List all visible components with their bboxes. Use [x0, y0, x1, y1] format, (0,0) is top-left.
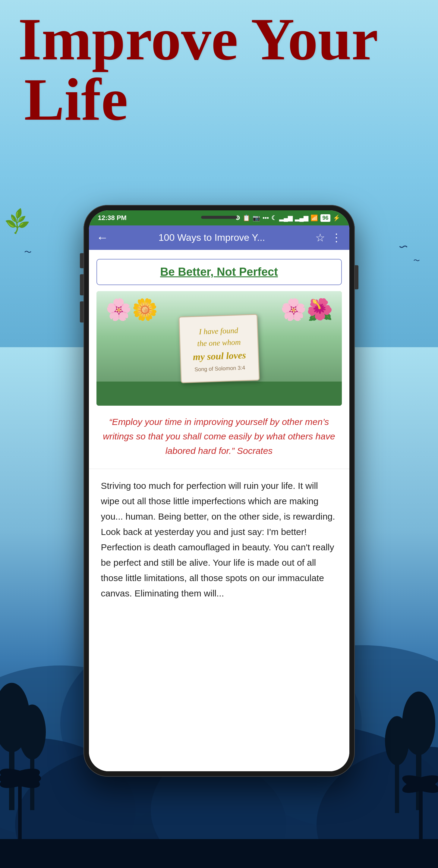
headline-line1: Improve Your	[18, 9, 438, 69]
phone-outer-shell: 12:38 PM ⚙ 📋 📷 ••• ☾ ▂▄▆ ▂▄▆ 📶 96 ⚡ ← 10…	[84, 205, 355, 777]
sign-attribution: Song of Solomon 3:4	[193, 364, 247, 373]
wooden-sign: I have found the one whom my soul loves …	[179, 314, 260, 383]
more-options-icon[interactable]: ⋮	[331, 231, 342, 244]
wifi-icon: 📶	[311, 214, 318, 221]
article-image: 🌸🌼 I have found the one whom my soul lov…	[96, 291, 342, 406]
phone-volume-up	[80, 274, 84, 296]
decorative-plant-left: 🌿	[2, 207, 32, 237]
phone-screen: 12:38 PM ⚙ 📋 📷 ••• ☾ ▂▄▆ ▂▄▆ 📶 96 ⚡ ← 10…	[89, 210, 349, 771]
chapter-title: Be Better, Not Perfect	[160, 266, 278, 278]
headline-line2: Life	[24, 69, 438, 130]
svg-rect-16	[18, 781, 22, 839]
bird-decoration-2: 〜	[413, 256, 420, 265]
wedding-scene: 🌸🌼 I have found the one whom my soul lov…	[96, 291, 342, 406]
svg-rect-23	[0, 839, 438, 868]
article-body: Striving too much for perfection will ru…	[89, 469, 349, 613]
svg-point-19	[0, 771, 41, 785]
chapter-title-box: Be Better, Not Perfect	[96, 259, 342, 285]
phone-volume-down	[80, 301, 84, 322]
signal-icon2: ▂▄▆	[295, 214, 308, 221]
app-toolbar[interactable]: ← 100 Ways to Improve Y... ☆ ⋮	[89, 225, 349, 250]
app-content: Be Better, Not Perfect 🌸🌼 I have found t…	[89, 259, 349, 771]
quote-section: “Employ your time in improving yourself …	[89, 406, 349, 469]
sign-text-line2: the one whom	[192, 336, 245, 349]
toolbar-action-icons: ☆ ⋮	[315, 231, 342, 244]
svg-point-15	[385, 716, 409, 765]
battery-icon: ⚡	[333, 214, 340, 221]
flowers-right: 🌸🌺	[280, 297, 333, 322]
grass-bottom	[96, 381, 342, 406]
svg-point-11	[19, 705, 46, 760]
back-button[interactable]: ←	[96, 231, 108, 244]
more-icon: •••	[262, 215, 269, 221]
screenshot-icon: 📋	[243, 214, 250, 221]
moon-icon: ☾	[271, 214, 277, 221]
bird-decoration-3: 〜	[24, 247, 32, 257]
signal-icon1: ▂▄▆	[279, 214, 292, 221]
svg-rect-20	[419, 787, 423, 839]
status-icons: ⚙ 📋 📷 ••• ☾ ▂▄▆ ▂▄▆ 📶 96 ⚡	[235, 214, 340, 222]
phone-volume-silent	[80, 253, 84, 268]
phone-mockup: 12:38 PM ⚙ 📋 📷 ••• ☾ ▂▄▆ ▂▄▆ 📶 96 ⚡ ← 10…	[84, 205, 355, 777]
flowers-left: 🌸🌼	[105, 297, 158, 322]
sign-text-line3: my soul loves	[193, 347, 246, 364]
sign-text-line1: I have found	[192, 324, 245, 338]
phone-power-button	[355, 265, 358, 289]
article-paragraph: Striving too much for perfection will ru…	[101, 478, 337, 601]
status-time: 12:38 PM	[98, 214, 127, 222]
quote-text: “Employ your time in improving yourself …	[101, 415, 337, 458]
star-icon[interactable]: ☆	[315, 231, 325, 244]
phone-earpiece	[201, 216, 237, 219]
bird-decoration-1: 〜	[399, 241, 408, 253]
battery-level: 96	[320, 214, 330, 222]
camera-icon: 📷	[253, 214, 260, 221]
toolbar-title: 100 Ways to Improve Y...	[108, 232, 315, 243]
main-headline: Improve Your Life	[0, 9, 438, 130]
